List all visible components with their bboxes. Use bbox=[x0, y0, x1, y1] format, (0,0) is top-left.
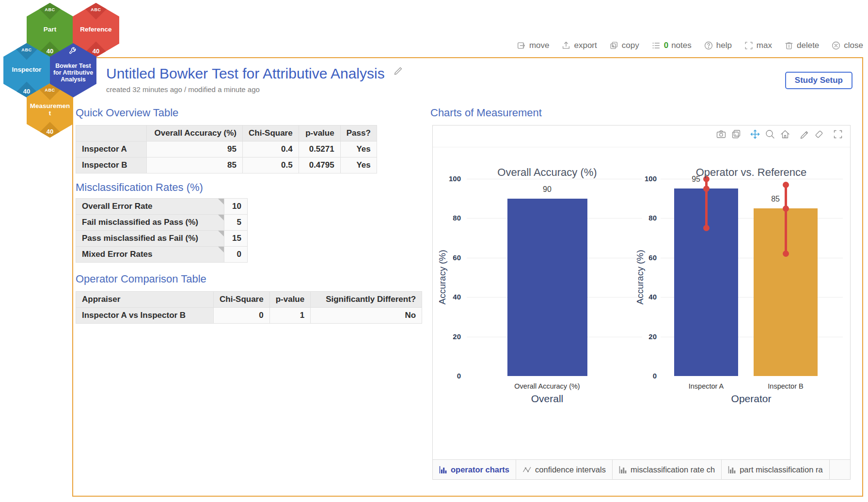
operator-comparison-table: AppraiserChi-Squarep-valueSignificantly … bbox=[76, 291, 422, 324]
delete-icon bbox=[784, 41, 794, 50]
misclassification-table: Overall Error Rate10Fail misclassified a… bbox=[76, 198, 248, 263]
row-label-cell: Pass misclassified as Fail (%) bbox=[76, 231, 224, 247]
toolbar-notes-button[interactable]: 0notes bbox=[651, 41, 692, 50]
page-title: Untitled Bowker Test for Attributive Ana… bbox=[106, 65, 385, 81]
y-axis-title: Accuracy (%) bbox=[437, 229, 448, 326]
row-label-cell: Inspector A vs Inspector B bbox=[76, 308, 214, 324]
toolbar-item-label: delete bbox=[797, 41, 819, 50]
value-cell: 10 bbox=[224, 199, 248, 215]
toolbar-item-label: copy bbox=[622, 41, 639, 50]
hex-bottom-badge bbox=[34, 122, 65, 153]
toolbar-copy-button[interactable]: copy bbox=[609, 41, 639, 50]
table-header-row: Overall Accuracy (%)Chi-Squarep-valuePas… bbox=[76, 126, 377, 141]
y-tick-label: 0 bbox=[432, 372, 461, 380]
chart-tab-operator-charts[interactable]: operator charts bbox=[433, 460, 516, 479]
bar-value-label: 90 bbox=[528, 185, 567, 194]
toolbar-item-label: move bbox=[529, 41, 550, 50]
row-label-cell: Mixed Error Rates bbox=[76, 247, 224, 263]
error-bar-dot bbox=[783, 251, 789, 257]
toolbar-close-button[interactable]: close bbox=[831, 41, 863, 50]
column-header bbox=[76, 126, 147, 141]
charts-section-header: Charts of Measurement bbox=[430, 107, 542, 119]
y-tick-label: 80 bbox=[432, 214, 461, 222]
close-icon bbox=[831, 41, 841, 50]
error-bar bbox=[785, 185, 787, 253]
toolbar-item-label: close bbox=[844, 41, 863, 50]
toolbar-help-button[interactable]: help bbox=[704, 41, 732, 50]
chart-title: Overall Accuracy (%) bbox=[465, 166, 630, 179]
window-toolbar: moveexportcopy0noteshelpmaxdeleteclose bbox=[517, 41, 863, 50]
error-bar-dot bbox=[703, 225, 710, 231]
column-header: Pass? bbox=[340, 126, 377, 141]
table-row: Overall Error Rate10 bbox=[76, 199, 248, 215]
toolbar-delete-button[interactable]: delete bbox=[784, 41, 819, 50]
table-header-row: AppraiserChi-Squarep-valueSignificantly … bbox=[76, 292, 422, 308]
charts-section-title: Charts of Measurement bbox=[430, 107, 542, 119]
chart-tab-label: confidence intervals bbox=[535, 465, 606, 474]
edit-icon bbox=[393, 65, 403, 76]
quick-overview-section: Quick Overview Table Overall Accuracy (%… bbox=[76, 107, 377, 173]
toolbar-move-button[interactable]: move bbox=[517, 41, 550, 50]
table-row: Fail misclassified as Pass (%)5 bbox=[76, 215, 248, 231]
column-header: Chi-Square bbox=[214, 292, 270, 308]
x-tick-label: Inspector A bbox=[660, 382, 752, 390]
column-header: Chi-Square bbox=[243, 126, 299, 141]
misclassification-title: Misclassification Rates (%) bbox=[76, 181, 248, 194]
y-tick-label: 80 bbox=[628, 214, 657, 222]
value-cell: 85 bbox=[147, 157, 243, 173]
chart-tab-confidence-intervals[interactable]: confidence intervals bbox=[516, 460, 613, 479]
toolbar-export-button[interactable]: export bbox=[561, 41, 597, 50]
bar-value-label: 85 bbox=[741, 195, 780, 204]
cell-corner-marker bbox=[218, 215, 224, 220]
cell-corner-marker bbox=[218, 199, 224, 204]
chart-title: Operator vs. Reference bbox=[669, 166, 834, 179]
chart-tab-label: part misclassification ra bbox=[740, 465, 822, 474]
notes-icon bbox=[651, 41, 661, 50]
value-cell: 0.4795 bbox=[299, 157, 340, 173]
chart-tab-label: misclassification rate ch bbox=[631, 465, 715, 474]
chart-tab-part-misclassification-ra[interactable]: part misclassification ra bbox=[722, 460, 829, 479]
quick-overview-table: Overall Accuracy (%)Chi-Squarep-valuePas… bbox=[76, 125, 377, 173]
value-cell: 15 bbox=[224, 231, 248, 247]
column-header: Appraiser bbox=[76, 292, 214, 308]
y-axis-title: Accuracy (%) bbox=[635, 229, 646, 326]
misclassification-section: Misclassification Rates (%) Overall Erro… bbox=[76, 181, 248, 263]
error-bar-dot bbox=[783, 182, 789, 188]
quick-overview-title: Quick Overview Table bbox=[76, 107, 377, 119]
edit-title-icon[interactable] bbox=[393, 65, 403, 78]
x-axis-title: Overall bbox=[499, 393, 596, 405]
toolbar-item-label: export bbox=[574, 41, 597, 50]
bar-chart-icon bbox=[619, 466, 627, 474]
toolbar-max-button[interactable]: max bbox=[744, 41, 772, 50]
y-tick-label: 100 bbox=[432, 174, 461, 183]
value-cell: 0 bbox=[224, 247, 248, 263]
value-cell: 5 bbox=[224, 215, 248, 231]
row-label-cell: Inspector A bbox=[76, 141, 147, 157]
export-icon bbox=[561, 41, 571, 50]
column-header: p-value bbox=[269, 292, 311, 308]
chart-tab-misclassification-rate-ch[interactable]: misclassification rate ch bbox=[613, 460, 722, 479]
x-tick-label: Inspector B bbox=[740, 382, 832, 390]
value-cell: 1 bbox=[269, 308, 311, 324]
study-setup-button[interactable]: Study Setup bbox=[785, 72, 852, 89]
hex-node-label: Bowker Test for Attributive Analysis bbox=[52, 56, 94, 89]
wrench-icon bbox=[68, 47, 78, 56]
error-bar-dot bbox=[783, 205, 789, 212]
toolbar-item-label: help bbox=[716, 41, 732, 50]
y-tick-label: 20 bbox=[432, 332, 461, 341]
hex-type-label: ABC bbox=[27, 7, 73, 12]
charts-panel: 02040608010090Overall Accuracy (%)Overal… bbox=[432, 125, 851, 480]
operator-comparison-section: Operator Comparison Table AppraiserChi-S… bbox=[76, 273, 422, 324]
line-chart-icon bbox=[522, 466, 532, 474]
hex-node-label: Measurement bbox=[29, 98, 71, 121]
y-tick-label: 100 bbox=[628, 174, 657, 183]
bar-chart-icon bbox=[439, 466, 447, 474]
max-icon bbox=[744, 41, 754, 50]
value-cell: 95 bbox=[147, 141, 243, 157]
move-icon bbox=[517, 41, 526, 50]
hex-node-label: Inspector bbox=[6, 58, 47, 81]
value-cell: 0.5 bbox=[243, 157, 299, 173]
x-axis-title: Operator bbox=[703, 393, 800, 405]
y-tick-label: 0 bbox=[628, 372, 657, 380]
row-label-cell: Overall Error Rate bbox=[76, 199, 224, 215]
